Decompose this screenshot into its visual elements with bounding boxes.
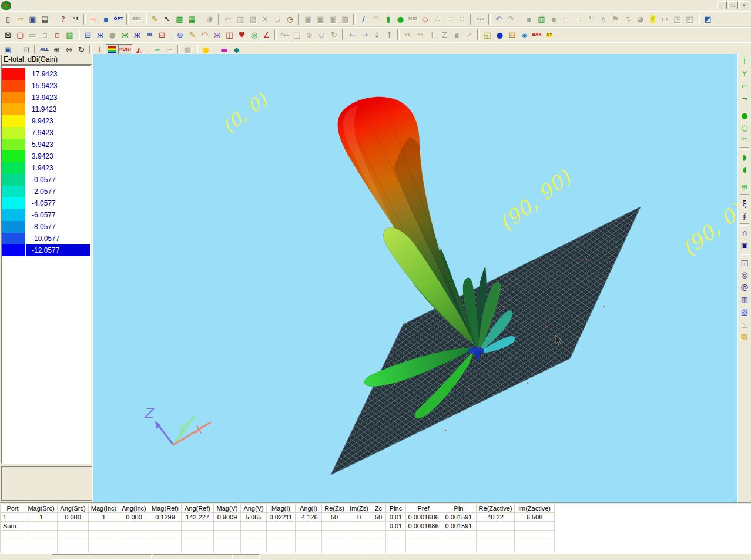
legend-entry[interactable]: -8.0577 [2,221,90,233]
z-axis-icon[interactable]: Ƶ [438,29,451,41]
menu-item[interactable] [21,5,29,6]
hook-tool-icon[interactable]: ↰ [585,14,597,25]
pattern-3d-view[interactable]: (0, 0) (90, 90) (90, 0) [92,54,737,502]
tube-elbow-icon[interactable]: ⌐ [739,80,750,92]
simulate-icon[interactable]: ж [94,29,106,41]
corner-arrow-icon[interactable]: ↗ [463,29,475,41]
legend-entry[interactable]: -10.0577 [2,233,90,244]
lightning-icon[interactable]: ⚡ [646,14,659,25]
cage-icon[interactable]: ▥ [739,293,750,306]
vs-icon[interactable]: Vs [401,29,414,41]
box-1g-icon[interactable]: ▧ [63,29,76,41]
legend-entry[interactable]: -2.0577 [2,186,90,197]
context-help-icon[interactable]: ↖? [69,14,82,25]
box-11-icon[interactable]: ▫ [51,29,63,41]
select-all-icon[interactable]: ▫ [271,14,284,25]
columns-icon[interactable]: III [143,29,156,41]
legend-entry[interactable]: 11.9423 [2,103,90,115]
pan-left-icon[interactable]: ← [346,29,358,41]
box-1-icon[interactable]: ▫ [39,29,51,41]
redo-icon[interactable]: ↷ [505,14,517,25]
cascade-1-icon[interactable]: ▣ [302,14,314,25]
view-eye-icon[interactable]: ◉ [204,14,216,25]
spiral-round-icon[interactable]: ◎ [739,269,750,281]
pan-right-icon[interactable]: → [358,29,371,41]
bent-pipe-icon[interactable]: ◖ [739,163,750,176]
wedge-icon[interactable]: ◺ [739,318,750,330]
menu-item[interactable] [78,5,86,6]
coil-icon[interactable]: ξ [739,197,750,210]
close-button[interactable]: × [739,1,749,9]
open-folder-icon[interactable]: ▱ [14,14,26,25]
legend-entry[interactable]: 7.9423 [2,127,90,139]
block-tool-2-icon[interactable]: ▪ [548,14,560,25]
probe-dots-icon[interactable]: ∵ [444,14,456,25]
menu-item[interactable] [86,5,95,6]
delete-icon[interactable]: ✕ [259,14,271,25]
zoom-window-icon[interactable]: □ [291,29,303,41]
layer-corner-icon[interactable]: ◱ [481,29,494,41]
cylinder-icon[interactable]: ◗ [739,151,750,163]
ring-icon[interactable]: ○ [739,122,750,134]
draw-polygon-icon[interactable]: ◇ [419,14,431,25]
arc-strip-icon[interactable]: ◠ [739,134,750,146]
span-tool-icon[interactable]: ↦ [659,14,671,25]
legend-entry[interactable]: -12.0577 [2,244,90,256]
legend-entry[interactable]: 1.9423 [2,162,90,174]
dome-icon[interactable]: ∩ [739,227,750,239]
zoom-out-icon[interactable]: ⊖ [316,29,328,41]
legend-entry[interactable]: 13.9423 [2,92,90,103]
select-rect-icon[interactable]: ▩ [173,14,186,25]
legend-entry[interactable]: -4.0577 [2,197,90,209]
legend-entry[interactable]: 9.9423 [2,115,90,127]
draw-arc-icon[interactable]: ◠ [370,14,382,25]
disc-icon[interactable]: ● [739,109,750,122]
zoom-in-icon[interactable]: ⊕ [303,29,316,41]
all-view-icon[interactable]: ALL [279,29,291,41]
box-3d-icon[interactable]: ▧ [739,306,750,318]
pointer-box-icon[interactable]: ⊠ [2,29,14,41]
help-icon[interactable]: ? [57,14,69,25]
gray-box-icon[interactable]: ▪ [451,29,463,41]
xy-plot-icon[interactable]: XY [543,29,555,41]
mesh-grid-icon[interactable]: ⊞ [82,29,94,41]
wall-tool-2-icon[interactable]: ¬ [572,14,585,25]
chart-e-icon[interactable]: ∠ [260,29,273,41]
legend-entry[interactable]: 17.9423 [2,68,90,80]
select-arrow-icon[interactable]: ↖ [161,14,173,25]
fill-tool-icon[interactable]: ◕ [634,14,646,25]
esc-icon[interactable]: ESC [130,14,143,25]
new-file-icon[interactable]: ▯ [2,14,14,25]
menu-item[interactable] [62,5,70,6]
sphere-plus-icon[interactable]: ⊕ [739,180,750,193]
notes-icon[interactable]: ✎ [186,29,199,41]
zero-box-icon[interactable]: ▢ [14,29,26,41]
cascade-4-icon[interactable]: ▩ [339,14,351,25]
simulate-blue-icon[interactable]: ж [131,29,143,41]
opt-icon[interactable]: OPT [112,14,125,25]
tube-bend-icon[interactable]: ¬ [739,92,750,105]
layer-stack-icon[interactable]: ≡ [88,14,100,25]
more-tool-1-icon[interactable]: ◳ [671,14,683,25]
box-0-icon[interactable]: ▭ [26,29,39,41]
tube-y-icon[interactable]: Y [739,68,750,80]
pinwheel-icon[interactable]: ◈ [518,29,531,41]
grid-edit-icon[interactable]: ⊞ [506,29,518,41]
draw-pencil-icon[interactable]: ✎ [149,14,161,25]
metal-sheets-icon[interactable]: ▪ [100,14,112,25]
legend-entry[interactable]: 3.9423 [2,150,90,162]
legend-entry[interactable]: 15.9423 [2,80,90,92]
more-tool-2-icon[interactable]: ◰ [683,14,696,25]
sphere-wire-icon[interactable]: ⊕ [174,29,186,41]
spiral-at-icon[interactable]: @ [739,281,750,293]
window-table-icon[interactable]: ⊟ [156,29,168,41]
array-dots-icon[interactable]: ∷ [456,14,468,25]
patch-box-icon[interactable]: ▣ [739,239,750,252]
i-axis-icon[interactable]: Ɨ [426,29,438,41]
bend-tool-icon[interactable]: ∧ [597,14,609,25]
menu-item[interactable] [70,5,78,6]
legend-entry[interactable]: -6.0577 [2,209,90,221]
draw-circle-icon[interactable]: ● [394,14,407,25]
menu-item[interactable] [53,5,62,6]
flag-tool-icon[interactable]: ⚑ [609,14,622,25]
